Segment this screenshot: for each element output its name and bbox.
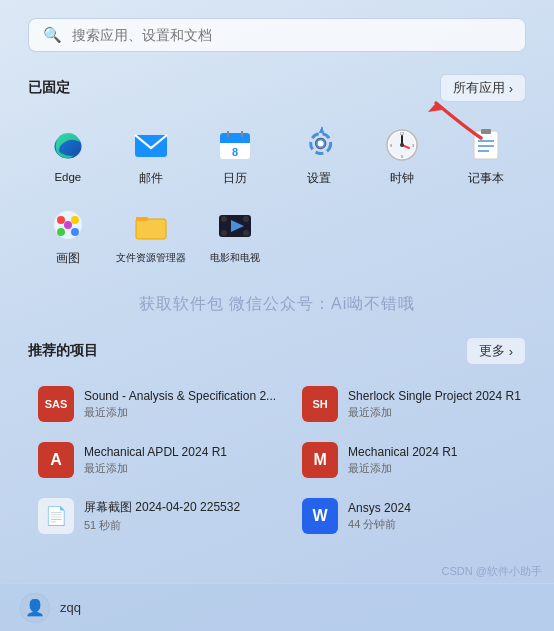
rec-info-apdl: Mechanical APDL 2024 R1 最近添加 (84, 445, 276, 476)
watermark-text: 获取软件包 微信公众号：Ai呦不错哦 (28, 294, 526, 315)
recommended-grid: SAS Sound - Analysis & Specification 2..… (28, 379, 526, 541)
user-avatar: 👤 (20, 593, 50, 623)
svg-rect-4 (220, 139, 250, 143)
svg-point-30 (71, 228, 79, 236)
app-item-explorer[interactable]: 文件资源管理器 (112, 196, 192, 270)
search-input[interactable] (72, 27, 511, 43)
rec-time-sas: 最近添加 (84, 405, 276, 420)
app-label-notepad: 记事本 (468, 171, 504, 186)
rec-name-screenshot: 屏幕截图 2024-04-20 225532 (84, 499, 276, 516)
rec-icon-apdl: A (38, 442, 74, 478)
recommended-title: 推荐的项目 (28, 342, 98, 360)
svg-text:8: 8 (232, 146, 238, 158)
rec-icon-mech2024: M (302, 442, 338, 478)
rec-info-sherlock: Sherlock Single Project 2024 R1 最近添加 (348, 389, 521, 420)
svg-rect-22 (481, 129, 491, 134)
rec-info-screenshot: 屏幕截图 2024-04-20 225532 51 秒前 (84, 499, 276, 533)
app-item-clock[interactable]: 12 3 6 9 时钟 (363, 116, 443, 190)
rec-name-sherlock: Sherlock Single Project 2024 R1 (348, 389, 521, 403)
chevron-right-icon-2: › (509, 344, 513, 359)
mail-icon (130, 124, 172, 166)
svg-point-29 (57, 228, 65, 236)
rec-item-ansys[interactable]: W Ansys 2024 44 分钟前 (292, 491, 531, 541)
pinned-title: 已固定 (28, 79, 70, 97)
all-apps-button[interactable]: 所有应用 › (440, 74, 526, 102)
app-label-edge: Edge (54, 171, 81, 183)
recommended-section-header: 推荐的项目 更多 › (28, 337, 526, 365)
rec-item-mech2024[interactable]: M Mechanical 2024 R1 最近添加 (292, 435, 531, 485)
svg-rect-34 (136, 217, 148, 221)
explorer-icon (130, 204, 172, 246)
start-menu: 🔍 已固定 所有应用 › (0, 0, 554, 631)
csdn-watermark: CSDN @软件小助手 (442, 564, 542, 579)
svg-point-37 (221, 216, 227, 222)
app-item-notepad[interactable]: 记事本 (446, 116, 526, 190)
rec-item-apdl[interactable]: A Mechanical APDL 2024 R1 最近添加 (28, 435, 286, 485)
rec-time-apdl: 最近添加 (84, 461, 276, 476)
user-avatar-icon: 👤 (25, 598, 45, 617)
app-label-calendar: 日历 (223, 171, 247, 186)
more-label: 更多 (479, 342, 505, 360)
app-item-edge[interactable]: Edge (28, 116, 108, 190)
svg-rect-32 (136, 219, 166, 239)
rec-icon-ansys: W (302, 498, 338, 534)
svg-point-31 (64, 221, 72, 229)
app-item-settings[interactable]: 设置 (279, 116, 359, 190)
chevron-right-icon: › (509, 81, 513, 96)
taskbar-user-area[interactable]: 👤 zqq (0, 583, 554, 631)
notepad-icon (465, 124, 507, 166)
rec-name-apdl: Mechanical APDL 2024 R1 (84, 445, 276, 459)
rec-info-sas: Sound - Analysis & Specification 2... 最近… (84, 389, 276, 420)
svg-point-28 (71, 216, 79, 224)
rec-name-sas: Sound - Analysis & Specification 2... (84, 389, 276, 403)
svg-point-27 (57, 216, 65, 224)
recommended-section: 推荐的项目 更多 › SAS Sound - Analysis & Specif… (28, 337, 526, 541)
rec-info-ansys: Ansys 2024 44 分钟前 (348, 501, 521, 532)
app-item-movies[interactable]: 电影和电视 (195, 196, 275, 270)
app-item-mail[interactable]: 邮件 (112, 116, 192, 190)
app-item-paint[interactable]: 画图 (28, 196, 108, 270)
rec-name-mech2024: Mechanical 2024 R1 (348, 445, 521, 459)
rec-time-sherlock: 最近添加 (348, 405, 521, 420)
calendar-icon: 8 (214, 124, 256, 166)
movies-icon (214, 204, 256, 246)
svg-rect-21 (474, 131, 498, 159)
svg-text:12: 12 (400, 131, 405, 136)
rec-time-screenshot: 51 秒前 (84, 518, 276, 533)
all-apps-label: 所有应用 (453, 79, 505, 97)
app-item-calendar[interactable]: 8 日历 (195, 116, 275, 190)
rec-item-screenshot[interactable]: 📄 屏幕截图 2024-04-20 225532 51 秒前 (28, 491, 286, 541)
rec-icon-screenshot: 📄 (38, 498, 74, 534)
more-button[interactable]: 更多 › (466, 337, 526, 365)
settings-icon (298, 124, 340, 166)
app-label-paint: 画图 (56, 251, 80, 266)
svg-point-16 (400, 143, 404, 147)
app-label-movies: 电影和电视 (210, 251, 260, 265)
rec-icon-sherlock: SH (302, 386, 338, 422)
rec-item-sas[interactable]: SAS Sound - Analysis & Specification 2..… (28, 379, 286, 429)
paint-icon (47, 204, 89, 246)
svg-point-40 (243, 230, 249, 236)
app-label-settings: 设置 (307, 171, 331, 186)
clock-icon: 12 3 6 9 (381, 124, 423, 166)
edge-icon (47, 124, 89, 166)
rec-name-ansys: Ansys 2024 (348, 501, 521, 515)
svg-point-39 (221, 230, 227, 236)
rec-icon-sas: SAS (38, 386, 74, 422)
pinned-section-header: 已固定 所有应用 › (28, 74, 526, 102)
rec-time-mech2024: 最近添加 (348, 461, 521, 476)
app-label-clock: 时钟 (390, 171, 414, 186)
rec-time-ansys: 44 分钟前 (348, 517, 521, 532)
app-label-mail: 邮件 (139, 171, 163, 186)
search-bar[interactable]: 🔍 (28, 18, 526, 52)
app-label-explorer: 文件资源管理器 (116, 251, 186, 265)
search-icon: 🔍 (43, 26, 62, 44)
user-name: zqq (60, 600, 81, 615)
rec-info-mech2024: Mechanical 2024 R1 最近添加 (348, 445, 521, 476)
pinned-grid: Edge 邮件 8 (28, 116, 526, 270)
rec-item-sherlock[interactable]: SH Sherlock Single Project 2024 R1 最近添加 (292, 379, 531, 429)
svg-point-38 (243, 216, 249, 222)
